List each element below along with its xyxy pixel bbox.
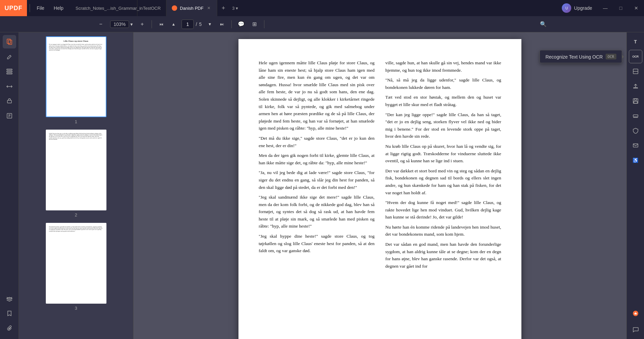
thumbnail-1[interactable]: Lille Claus og store Claus Der var engan… [23, 36, 129, 124]
sidebar-stamp-icon[interactable] [3, 94, 16, 108]
pdf-para-r6: Der var dækket et stort bord med vin og … [385, 167, 501, 196]
right-sidebar-star-icon[interactable] [629, 307, 642, 320]
comment-button[interactable]: 💬 [236, 19, 247, 30]
zoom-dropdown-icon[interactable]: ▾ [130, 22, 133, 27]
right-sidebar-ocr-button[interactable]: OCR [629, 50, 642, 63]
minimize-button[interactable]: — [598, 0, 613, 16]
page-total: 5 [199, 22, 202, 27]
sidebar-layers-icon[interactable] [3, 292, 16, 305]
tab-close-button[interactable]: ✕ [206, 5, 212, 11]
ocr-tooltip-icon: OCR [606, 54, 616, 60]
sidebar-edit-icon[interactable] [3, 50, 16, 63]
sidebar-convert-icon[interactable] [3, 79, 16, 93]
maximize-button[interactable]: □ [613, 0, 629, 16]
tab-scratch[interactable]: Scratch_Notes_...ish_Grammar_in [70, 0, 137, 16]
menu-file[interactable]: File [33, 4, 49, 12]
right-sidebar-scan-icon[interactable] [629, 65, 642, 78]
sidebar-organize-icon[interactable] [3, 65, 16, 78]
tab-count-value: 3 [232, 6, 234, 11]
svg-rect-14 [635, 99, 637, 100]
pdf-main[interactable]: Hele ugen igennem måtte lille Claus pløj… [133, 32, 626, 339]
toolbar-sep-3 [264, 20, 264, 28]
pdf-content: Hele ugen igennem måtte lille Claus pløj… [259, 59, 501, 272]
zoom-value[interactable]: 103% [110, 21, 129, 28]
titlebar-separator [30, 4, 30, 12]
svg-rect-3 [7, 71, 12, 72]
svg-rect-1 [8, 40, 12, 44]
tab-counter[interactable]: 3 ▾ [229, 6, 241, 11]
thumbnail-panel: Lille Claus og store Claus Der var engan… [19, 32, 133, 339]
menu-help[interactable]: Help [50, 4, 68, 12]
pdf-para-r9: Det var sådan en god mand, men han havde… [385, 241, 501, 270]
thumbnail-2[interactable]: Da lille Claus kom hjem igen, var der ik… [23, 130, 129, 217]
pdf-para-r2: "Nå, så må jeg da ligge udenfor," sagde … [385, 76, 501, 91]
titlebar: UPDF File Help Scratch_Notes_...ish_Gram… [0, 0, 644, 16]
thumbnail-number-1: 1 [75, 119, 77, 124]
ocr-tooltip-text: Recognize Text Using OCR [545, 54, 603, 59]
layout-button[interactable]: ⊞ [249, 19, 260, 30]
next-page-button[interactable]: ▼ [204, 19, 215, 30]
main-area: Lille Claus og store Claus Der var engan… [0, 32, 644, 339]
tab-testocr-label: TestOCR [143, 6, 161, 11]
zoom-out-button[interactable]: − [95, 19, 106, 30]
sidebar-attachment-icon[interactable] [3, 321, 16, 335]
zoom-display: 103% ▾ [107, 21, 135, 28]
zoom-controls: − 103% ▾ + [95, 19, 148, 30]
right-sidebar: T OCR Recognize Text Using OCR OCR ♿ [626, 32, 644, 339]
sidebar-pages-icon[interactable] [3, 35, 16, 48]
close-button[interactable]: ✕ [629, 0, 644, 16]
pdf-para-r4: "Der kan jeg ligge oppe!" sagde lille Cl… [385, 111, 501, 140]
window-controls: — □ ✕ [598, 0, 644, 16]
tab-scratch-label: Scratch_Notes_...ish_Grammar_in [75, 6, 142, 11]
prev-page-button[interactable]: ▲ [168, 19, 179, 30]
last-page-button[interactable]: ⏭ [217, 19, 227, 30]
pdf-para-2: "Det må du ikke sige," sagde store Claus… [259, 135, 375, 149]
right-sidebar-protect-icon[interactable] [629, 124, 642, 137]
thumbnail-page-3: Han bankede på døren og bondekonen lukke… [46, 223, 106, 304]
page-number-input[interactable] [182, 20, 194, 29]
sidebar-bookmark-icon[interactable] [3, 307, 16, 320]
page-nav-bottom: ▼ ⏭ [204, 19, 227, 30]
toolbar-sep-2 [231, 20, 232, 28]
tab-testocr[interactable]: TestOCR [137, 0, 166, 16]
pdf-para-r1: ville, sagde hun, at han skulle gå sin v… [385, 59, 501, 74]
svg-rect-15 [634, 101, 637, 103]
page-nav-top: ⏮ ▲ [156, 19, 179, 30]
right-sidebar-redact-icon[interactable] [629, 109, 642, 123]
toolbar: − 103% ▾ + ⏮ ▲ / 5 ▼ ⏭ 💬 ⊞ 🔍 [0, 16, 644, 32]
thumbnail-page-2: Da lille Claus kom hjem igen, var der ik… [46, 130, 106, 210]
svg-rect-0 [7, 39, 10, 43]
pdf-right-col: ville, sagde hun, at han skulle gå sin v… [385, 59, 501, 272]
titlebar-menu: File Help [33, 4, 67, 12]
pdf-para-r8: Nu hørte han én komme ridende på landeve… [385, 224, 501, 238]
page-sep: / [196, 22, 197, 27]
right-sidebar-chat-icon[interactable] [629, 323, 642, 336]
svg-rect-2 [7, 69, 12, 70]
app-logo: UPDF [0, 0, 27, 16]
thumbnail-number-2: 2 [75, 212, 77, 217]
tab-active-indicator [172, 5, 177, 11]
right-sidebar-text-icon[interactable]: T [629, 35, 642, 48]
right-sidebar-save-icon[interactable] [629, 94, 642, 108]
ocr-tooltip: Recognize Text Using OCR OCR [540, 50, 622, 63]
tab-danish[interactable]: Danish PDF ✕ [166, 0, 217, 16]
right-sidebar-share-icon[interactable] [629, 79, 642, 93]
pdf-para-r7: "Hvem der dog kunne få noget med!" sagde… [385, 199, 501, 221]
svg-rect-4 [7, 73, 12, 74]
first-page-button[interactable]: ⏮ [156, 19, 167, 30]
pdf-page: Hele ugen igennem måtte lille Claus pløj… [238, 39, 521, 339]
sidebar-extract-icon[interactable] [3, 109, 16, 123]
svg-rect-18 [633, 144, 638, 147]
right-sidebar-mail-icon[interactable] [629, 139, 642, 152]
thumbnail-3[interactable]: Han bankede på døren og bondekonen lukke… [23, 223, 129, 311]
pdf-para-6: "Jeg skal hyppe dine heste!" sagde store… [259, 233, 375, 255]
thumbnail-content-3: Han bankede på døren og bondekonen lukke… [46, 224, 106, 303]
search-button[interactable]: 🔍 [538, 19, 549, 30]
pdf-para-r3: Tæt ved stod en stor høstak, og mellem d… [385, 94, 501, 108]
tab-add-button[interactable]: + [217, 2, 229, 14]
zoom-in-button[interactable]: + [137, 19, 148, 30]
upgrade-button[interactable]: U Upgrade [556, 1, 598, 15]
thumbnail-number-3: 3 [75, 306, 77, 311]
pdf-para-1: Hele ugen igennem måtte lille Claus pløj… [259, 59, 375, 132]
right-sidebar-accessibility-icon[interactable]: ♿ [629, 154, 642, 167]
